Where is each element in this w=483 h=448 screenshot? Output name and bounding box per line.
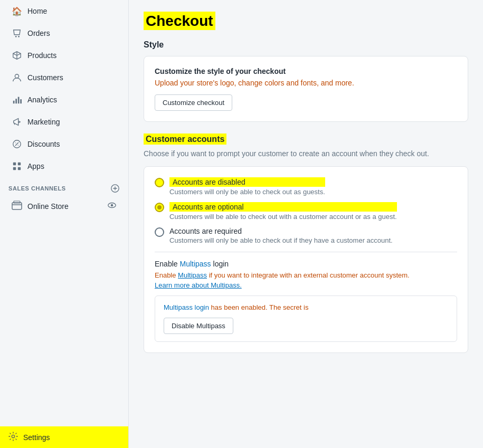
multipass-enabled-text: Multipass login has been enabled. The se… <box>164 303 448 311</box>
svg-point-2 <box>15 74 18 78</box>
accounts-disabled-option[interactable]: Accounts are disabled Customers will onl… <box>155 177 457 196</box>
accounts-disabled-label: Accounts are disabled <box>169 177 325 187</box>
sidebar-item-products-label: Products <box>27 51 56 60</box>
multipass-title: Enable Multipass login <box>155 260 457 268</box>
sidebar-item-online-store[interactable]: Online Store <box>3 196 125 216</box>
accounts-required-radio[interactable] <box>155 227 164 237</box>
sidebar-item-discounts[interactable]: Discounts <box>3 134 125 155</box>
customize-checkout-button[interactable]: Customize checkout <box>155 94 232 111</box>
page-title: Checkout <box>144 13 468 30</box>
main-content: Checkout Style Customize the style of yo… <box>129 0 483 448</box>
svg-rect-9 <box>18 163 21 165</box>
settings-item[interactable]: Settings <box>0 426 128 448</box>
svg-point-17 <box>12 435 14 437</box>
sidebar: 🏠 Home Orders Products Customers Analyti… <box>0 0 129 448</box>
sidebar-item-analytics[interactable]: Analytics <box>3 89 125 110</box>
online-store-icon <box>12 200 22 212</box>
style-section-title: Style <box>144 40 468 50</box>
disable-multipass-button[interactable]: Disable Multipass <box>164 318 233 334</box>
products-icon <box>12 50 22 61</box>
svg-rect-5 <box>18 97 20 104</box>
multipass-learn-more-link[interactable]: Learn more about Multipass. <box>155 281 457 289</box>
svg-rect-11 <box>18 167 21 170</box>
sidebar-item-label: Home <box>27 7 47 15</box>
settings-gear-icon <box>8 432 18 443</box>
add-sales-channel-button[interactable] <box>110 184 120 193</box>
section-divider <box>155 252 457 252</box>
accounts-disabled-sublabel: Customers will only be able to check out… <box>169 188 325 196</box>
sidebar-item-apps-label: Apps <box>27 162 44 170</box>
accounts-required-option[interactable]: Accounts are required Customers will onl… <box>155 227 457 244</box>
sales-channels-header: SALES CHANNELS <box>0 177 128 195</box>
sidebar-item-products[interactable]: Products <box>3 45 125 66</box>
accounts-required-sublabel: Customers will only be able to check out… <box>169 236 393 244</box>
customers-icon <box>12 72 22 83</box>
orders-icon <box>12 28 22 39</box>
accounts-optional-option[interactable]: Accounts are optional Customers will be … <box>155 202 457 221</box>
multipass-link[interactable]: Multipass <box>179 260 211 268</box>
customer-accounts-description: Choose if you want to prompt your custom… <box>144 149 468 158</box>
apps-icon <box>12 161 22 171</box>
accounts-optional-sublabel: Customers will be able to check out with… <box>169 213 397 221</box>
sidebar-item-marketing[interactable]: Marketing <box>3 111 125 132</box>
sidebar-item-orders-label: Orders <box>27 29 50 37</box>
accounts-optional-radio[interactable] <box>155 203 164 212</box>
svg-point-1 <box>18 36 20 37</box>
style-card-subtext: Upload your store's logo, change colors … <box>155 79 457 87</box>
svg-rect-6 <box>20 99 22 103</box>
analytics-icon <box>12 94 22 105</box>
settings-label: Settings <box>23 433 50 442</box>
accounts-disabled-radio[interactable] <box>155 178 164 187</box>
online-store-label: Online Store <box>27 202 69 211</box>
accounts-required-label: Accounts are required <box>169 227 393 235</box>
svg-rect-10 <box>13 167 16 170</box>
svg-rect-8 <box>13 163 16 165</box>
svg-rect-3 <box>13 101 15 103</box>
accounts-optional-label: Accounts are optional <box>169 202 397 212</box>
home-icon: 🏠 <box>12 6 22 16</box>
sidebar-item-analytics-label: Analytics <box>27 96 57 104</box>
multipass-login-span: Multipass login <box>164 303 209 311</box>
multipass-desc: Enable Multipass if you want to integrat… <box>155 271 457 279</box>
multipass-link2[interactable]: Multipass <box>178 271 207 279</box>
sidebar-item-discounts-label: Discounts <box>27 140 60 148</box>
sidebar-item-marketing-label: Marketing <box>27 118 60 126</box>
sidebar-item-customers-label: Customers <box>27 73 63 82</box>
sidebar-item-home[interactable]: 🏠 Home <box>3 1 125 22</box>
sidebar-item-apps[interactable]: Apps <box>3 156 125 177</box>
customer-accounts-section: Customer accounts Choose if you want to … <box>144 135 468 353</box>
svg-point-0 <box>15 36 17 37</box>
style-card-heading: Customize the style of your checkout <box>155 67 457 75</box>
style-card: Customize the style of your checkout Upl… <box>144 56 468 122</box>
multipass-section: Enable Multipass login Enable Multipass … <box>155 260 457 342</box>
svg-rect-13 <box>12 203 22 209</box>
multipass-enabled-box: Multipass login has been enabled. The se… <box>155 296 457 342</box>
online-store-eye-icon <box>107 201 117 212</box>
discounts-icon <box>12 139 22 149</box>
sidebar-item-orders[interactable]: Orders <box>3 23 125 44</box>
accounts-options-card: Accounts are disabled Customers will onl… <box>144 166 468 353</box>
svg-point-16 <box>111 204 113 207</box>
sidebar-item-customers[interactable]: Customers <box>3 67 125 88</box>
marketing-icon <box>12 117 22 127</box>
customer-accounts-title: Customer accounts <box>144 134 226 145</box>
svg-rect-4 <box>15 99 17 103</box>
